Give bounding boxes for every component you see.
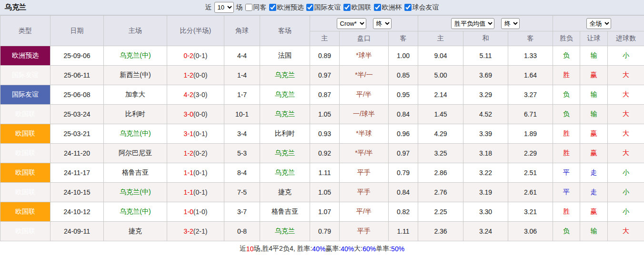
handicap-value: 平/半 xyxy=(356,90,372,98)
avg-away-value: 2.29 xyxy=(524,149,537,157)
avg-home-cell: 1.45 xyxy=(418,105,463,124)
league-checkbox[interactable] xyxy=(374,4,381,11)
handicap-value: 一/球半 xyxy=(353,110,375,118)
let-result-cell: 输 xyxy=(580,105,608,124)
score-cell: 3-0(0-0) xyxy=(167,105,224,124)
match-type-label: 欧国联 xyxy=(15,188,35,196)
league-checkbox[interactable] xyxy=(306,4,313,11)
score-cell: 3-2(2-1) xyxy=(167,222,224,241)
sub-header-avg-draw: 和 xyxy=(463,31,508,46)
home-team-cell: 阿尔巴尼亚 xyxy=(104,144,167,163)
result-value: 负 xyxy=(563,110,570,118)
goals-cell: 小 xyxy=(608,202,644,222)
recent-count-select[interactable]: 10 xyxy=(214,2,234,13)
corners-cell: 10-1 xyxy=(224,105,260,124)
full-time-score: 1-1 xyxy=(184,188,193,196)
goals-result-value: 大 xyxy=(623,110,629,118)
avg-draw-cell: 3.19 xyxy=(463,183,508,202)
avg-home-cell: 2.86 xyxy=(418,163,463,183)
match-date: 25-06-11 xyxy=(64,71,90,79)
match-date-cell: 24-11-17 xyxy=(50,163,104,183)
away-odds-value: 0.82 xyxy=(397,208,410,216)
avg-draw-value: 3.39 xyxy=(479,130,492,138)
avg-away-value: 3.06 xyxy=(524,227,537,235)
away-odds-value: 0.79 xyxy=(397,169,410,177)
match-row: 欧国联24-11-17格鲁吉亚1-1(0-1)8-4乌克兰1.11平手0.792… xyxy=(0,163,644,183)
handicap-cell: 平手 xyxy=(340,222,389,241)
handicap-value: 平手 xyxy=(357,227,371,235)
home-team-cell: 捷克 xyxy=(104,222,167,241)
match-date-cell: 24-10-15 xyxy=(50,183,104,202)
goals-cell: 小 xyxy=(608,163,644,183)
summary-part: 40% xyxy=(312,245,325,253)
col-header-type: 类型 xyxy=(0,16,50,46)
full-time-score: 3-1 xyxy=(184,130,193,138)
corners-cell: 4-4 xyxy=(224,46,260,66)
corners-cell: 7-5 xyxy=(224,183,260,202)
same-away-filter[interactable]: 同客 xyxy=(245,3,267,12)
match-type-cell: 欧国联 xyxy=(0,163,50,183)
corners-value: 0-8 xyxy=(237,227,247,235)
score-cell: 1-2(0-2) xyxy=(167,144,224,163)
summary-part: 60% xyxy=(362,245,376,253)
league-filter-4[interactable]: 球会友谊 xyxy=(404,3,439,12)
handicap-value: *球半 xyxy=(356,51,372,59)
avg-type-select[interactable]: 胜平负均值 xyxy=(451,18,494,29)
league-checkbox[interactable] xyxy=(404,4,412,11)
match-row: 国际友谊25-06-08加拿大4-2(3-0)1-7乌克兰0.87平/半0.95… xyxy=(0,85,644,105)
match-row: 欧洲预选25-09-06乌克兰(中)0-2(0-1)4-4法国0.89*球半1.… xyxy=(0,46,644,66)
match-date: 25-09-06 xyxy=(63,52,90,59)
away-team-cell: 乌克兰 xyxy=(260,66,310,85)
home-odds-cell: 0.89 xyxy=(310,46,340,66)
league-filter-2[interactable]: 欧国联 xyxy=(343,3,372,12)
match-date: 24-10-15 xyxy=(63,188,90,196)
avg-time-select[interactable]: 终 xyxy=(501,18,520,29)
result-group-header: 全场 xyxy=(553,16,644,31)
away-odds-value: 0.96 xyxy=(397,130,410,138)
home-team-cell: 比利时 xyxy=(104,105,167,124)
result-cell: 负 xyxy=(553,222,580,241)
match-type-label: 国际友谊 xyxy=(12,71,39,79)
match-date-cell: 25-09-06 xyxy=(50,46,104,66)
col-header-score: 比分(半场) xyxy=(167,16,224,46)
match-type-cell: 国际友谊 xyxy=(0,85,50,105)
period-select[interactable]: 全场 xyxy=(586,18,611,29)
corners-value: 3-7 xyxy=(237,208,247,216)
match-type-cell: 欧国联 xyxy=(0,105,50,124)
away-team-name: 乌克兰 xyxy=(275,227,295,235)
odds-time-select[interactable]: 终 xyxy=(373,18,392,29)
odds-company-select[interactable]: Crow* xyxy=(337,18,366,29)
handicap-result-value: 走 xyxy=(591,168,597,176)
league-filter-0[interactable]: 欧洲预选 xyxy=(269,3,304,12)
avg-away-cell: 2.29 xyxy=(508,144,553,163)
league-checkbox[interactable] xyxy=(343,4,351,11)
sub-header-avg-away: 客 xyxy=(508,31,553,46)
full-time-score: 1-2 xyxy=(184,71,193,79)
result-cell: 胜 xyxy=(553,144,580,163)
away-team-name: 乌克兰 xyxy=(275,90,295,98)
avg-home-value: 2.86 xyxy=(434,169,447,177)
result-value: 平 xyxy=(563,168,570,176)
match-date-cell: 25-06-11 xyxy=(50,66,104,85)
half-time-score: (0-0) xyxy=(193,110,208,118)
league-filter-1[interactable]: 国际友谊 xyxy=(306,3,341,12)
avg-draw-cell: 3.30 xyxy=(463,202,508,222)
handicap-value: 平手 xyxy=(357,168,371,176)
league-label: 国际友谊 xyxy=(314,3,341,12)
avg-away-cell: 2.51 xyxy=(508,163,553,183)
league-filter-3[interactable]: 欧洲杯 xyxy=(374,3,402,12)
avg-draw-cell: 3.18 xyxy=(463,144,508,163)
handicap-result-value: 输 xyxy=(591,110,597,118)
corners-value: 10-1 xyxy=(235,110,249,118)
handicap-result-value: 输 xyxy=(591,90,597,98)
corners-value: 1-4 xyxy=(237,71,247,79)
home-odds-cell: 0.87 xyxy=(310,85,340,105)
full-time-score: 1-1 xyxy=(184,169,193,177)
same-away-checkbox[interactable] xyxy=(245,4,252,11)
result-cell: 平 xyxy=(553,183,580,202)
home-team-cell: 乌克兰(中) xyxy=(104,183,167,202)
col-header-away: 客场 xyxy=(260,16,310,46)
avg-away-value: 6.71 xyxy=(524,110,537,118)
league-checkbox[interactable] xyxy=(269,4,276,11)
result-cell: 胜 xyxy=(553,124,580,144)
